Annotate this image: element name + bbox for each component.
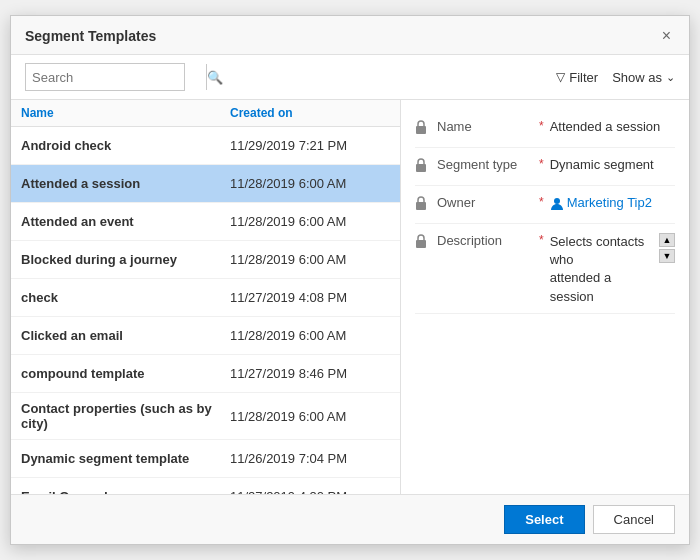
field-row: Owner*Marketing Tip2: [415, 188, 675, 224]
field-label: Owner: [437, 195, 537, 210]
field-required-marker: *: [539, 119, 544, 133]
row-created: 11/29/2019 7:21 PM: [230, 138, 390, 153]
field-row: Description*Selects contacts who attende…: [415, 226, 675, 314]
field-lock-icon: [415, 120, 433, 137]
list-item[interactable]: Email Opened11/27/2019 4:30 PM: [11, 478, 400, 494]
svg-rect-2: [416, 202, 426, 210]
dialog-header: Segment Templates ×: [11, 16, 689, 55]
list-item[interactable]: Clicked an email11/28/2019 6:00 AM: [11, 317, 400, 355]
description-scroll-down[interactable]: ▼: [659, 249, 675, 263]
list-item[interactable]: check11/27/2019 4:08 PM: [11, 279, 400, 317]
filter-label: Filter: [569, 70, 598, 85]
field-lock-icon: [415, 158, 433, 175]
col-created-header[interactable]: Created on: [230, 106, 390, 120]
row-name: Dynamic segment template: [21, 451, 230, 466]
list-panel: Name Created on Android check11/29/2019 …: [11, 100, 401, 494]
cancel-button[interactable]: Cancel: [593, 505, 675, 534]
toolbar-right: ▽ Filter Show as ⌄: [556, 70, 675, 85]
field-value-text: Attended a session: [550, 119, 675, 134]
field-value-description: Selects contacts who attended a session▲…: [550, 233, 675, 306]
field-label: Description: [437, 233, 537, 248]
list-body[interactable]: Android check11/29/2019 7:21 PMAttended …: [11, 127, 400, 494]
segment-templates-dialog: Segment Templates × 🔍 ▽ Filter Show as ⌄…: [10, 15, 690, 545]
row-name: Android check: [21, 138, 230, 153]
select-button[interactable]: Select: [504, 505, 584, 534]
col-name-header[interactable]: Name: [21, 106, 230, 120]
list-header: Name Created on: [11, 100, 400, 127]
list-item[interactable]: Attended an event11/28/2019 6:00 AM: [11, 203, 400, 241]
row-created: 11/26/2019 7:04 PM: [230, 451, 390, 466]
field-required-marker: *: [539, 157, 544, 171]
person-icon: [550, 195, 567, 210]
field-value-link[interactable]: Marketing Tip2: [550, 195, 675, 211]
list-item[interactable]: compound template11/27/2019 8:46 PM: [11, 355, 400, 393]
search-input[interactable]: [26, 68, 206, 87]
show-as-button[interactable]: Show as ⌄: [612, 70, 675, 85]
list-item[interactable]: Blocked during a journey11/28/2019 6:00 …: [11, 241, 400, 279]
field-row: Name*Attended a session: [415, 112, 675, 148]
row-name: compound template: [21, 366, 230, 381]
row-created: 11/28/2019 6:00 AM: [230, 328, 390, 343]
row-name: Attended an event: [21, 214, 230, 229]
toolbar: 🔍 ▽ Filter Show as ⌄: [11, 55, 689, 100]
description-text: Selects contacts who attended a session: [550, 233, 655, 306]
svg-point-3: [554, 198, 560, 204]
field-lock-icon: [415, 234, 433, 251]
dialog-title: Segment Templates: [25, 28, 156, 44]
field-value-text: Dynamic segment: [550, 157, 675, 172]
list-item[interactable]: Android check11/29/2019 7:21 PM: [11, 127, 400, 165]
search-icon-button[interactable]: 🔍: [206, 64, 223, 90]
row-name: Attended a session: [21, 176, 230, 191]
svg-rect-1: [416, 164, 426, 172]
row-created: 11/28/2019 6:00 AM: [230, 252, 390, 267]
svg-rect-4: [416, 240, 426, 248]
content-area: Name Created on Android check11/29/2019 …: [11, 100, 689, 494]
row-created: 11/27/2019 8:46 PM: [230, 366, 390, 381]
field-row: Segment type*Dynamic segment: [415, 150, 675, 186]
row-created: 11/28/2019 6:00 AM: [230, 409, 390, 424]
filter-icon: ▽: [556, 70, 565, 84]
row-name: Blocked during a journey: [21, 252, 230, 267]
svg-rect-0: [416, 126, 426, 134]
detail-panel: Name*Attended a sessionSegment type*Dyna…: [401, 100, 689, 494]
footer: Select Cancel: [11, 494, 689, 544]
close-button[interactable]: ×: [658, 26, 675, 46]
field-required-marker: *: [539, 195, 544, 209]
field-required-marker: *: [539, 233, 544, 247]
list-item[interactable]: Contact properties (such as by city)11/2…: [11, 393, 400, 440]
row-name: Clicked an email: [21, 328, 230, 343]
show-as-label: Show as: [612, 70, 662, 85]
filter-button[interactable]: ▽ Filter: [556, 70, 598, 85]
description-scroll-controls: ▲▼: [659, 233, 675, 263]
show-as-icon: ⌄: [666, 71, 675, 84]
list-item[interactable]: Attended a session11/28/2019 6:00 AM: [11, 165, 400, 203]
description-scroll-up[interactable]: ▲: [659, 233, 675, 247]
list-item[interactable]: Dynamic segment template11/26/2019 7:04 …: [11, 440, 400, 478]
row-created: 11/27/2019 4:08 PM: [230, 290, 390, 305]
detail-fields: Name*Attended a sessionSegment type*Dyna…: [401, 100, 689, 326]
field-label: Name: [437, 119, 537, 134]
row-created: 11/28/2019 6:00 AM: [230, 214, 390, 229]
row-name: check: [21, 290, 230, 305]
row-created: 11/28/2019 6:00 AM: [230, 176, 390, 191]
field-lock-icon: [415, 196, 433, 213]
row-name: Contact properties (such as by city): [21, 401, 230, 431]
search-box: 🔍: [25, 63, 185, 91]
field-label: Segment type: [437, 157, 537, 172]
